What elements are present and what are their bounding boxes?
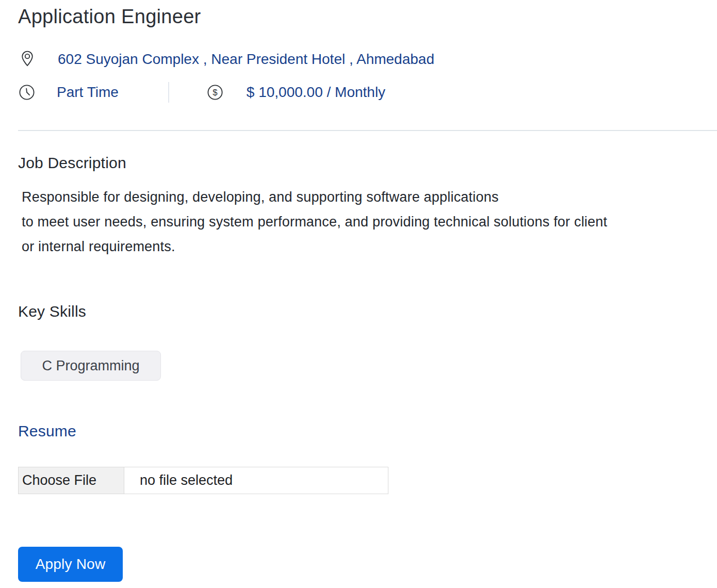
resume-file-input[interactable]: Choose File no file selected — [18, 467, 388, 494]
choose-file-button[interactable]: Choose File — [19, 467, 124, 494]
file-selected-status: no file selected — [124, 467, 233, 494]
employment-type-label: Part Time — [57, 84, 119, 101]
apply-now-button[interactable]: Apply Now — [18, 547, 123, 582]
clock-icon — [19, 84, 35, 101]
location-row: 602 Suyojan Complex , Near President Hot… — [18, 48, 717, 70]
section-divider — [18, 130, 717, 131]
job-description-text: Responsible for designing, developing, a… — [22, 185, 717, 259]
salary-label: $ 10,000.00 / Monthly — [247, 84, 385, 101]
job-detail-page: Application Engineer 602 Suyojan Complex… — [0, 0, 717, 582]
page-title: Application Engineer — [18, 5, 717, 28]
job-meta-row: Part Time $ $ 10,000.00 / Monthly — [18, 81, 717, 103]
resume-heading: Resume — [18, 422, 717, 440]
dollar-circle-icon: $ — [207, 84, 223, 101]
key-skills-heading: Key Skills — [18, 302, 717, 321]
location-link[interactable]: 602 Suyojan Complex , Near President Hot… — [58, 51, 434, 68]
svg-text:$: $ — [213, 88, 217, 97]
meta-vertical-divider — [168, 82, 169, 103]
location-pin-icon — [20, 50, 35, 69]
skill-chip: C Programming — [21, 351, 161, 381]
job-description-heading: Job Description — [18, 154, 717, 172]
